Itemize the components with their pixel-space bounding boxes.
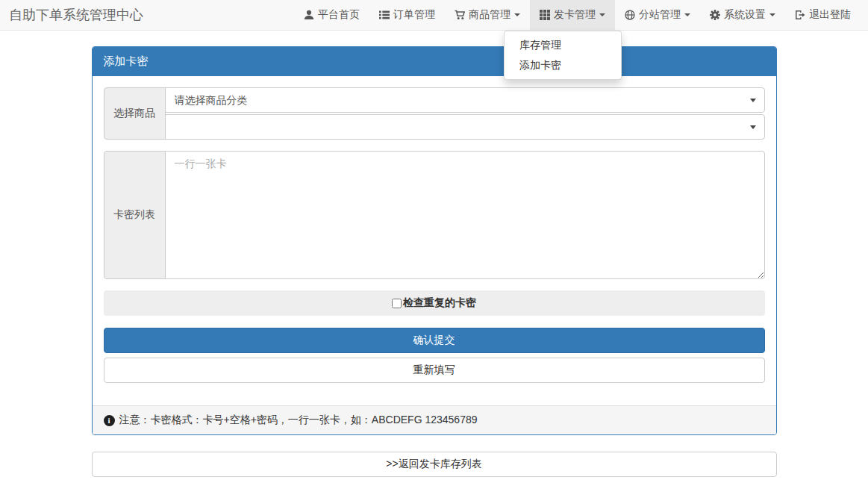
user-icon bbox=[304, 10, 314, 20]
brand-title[interactable]: 自助下单系统管理中心 bbox=[0, 0, 152, 30]
nav-item-orders[interactable]: 订单管理 bbox=[369, 0, 445, 30]
nav-item-label: 平台首页 bbox=[318, 8, 360, 22]
card-issuing-dropdown: 库存管理 添加卡密 bbox=[504, 31, 622, 80]
nav-item-label: 发卡管理 bbox=[554, 8, 596, 22]
product-select-label: 选择商品 bbox=[104, 87, 166, 140]
product-select-wrap bbox=[165, 114, 765, 140]
footer-note: 注意：卡密格式：卡号+空格+密码，一行一张卡，如：ABCDEFG 1234567… bbox=[119, 414, 478, 427]
caret-down-icon bbox=[599, 13, 605, 16]
list-icon bbox=[379, 10, 390, 20]
nav-item-card-issuing[interactable]: 发卡管理 bbox=[530, 0, 615, 30]
nav-item-label: 系统设置 bbox=[724, 8, 766, 22]
card-list-group: 卡密列表 bbox=[104, 151, 765, 279]
nav-item-label: 分站管理 bbox=[639, 8, 681, 22]
nav-item-logout[interactable]: 退出登陆 bbox=[785, 0, 861, 30]
navbar: 自助下单系统管理中心 平台首页 订单管理 bbox=[0, 0, 868, 31]
duplicate-check-bar: 检查重复的卡密 bbox=[104, 290, 765, 316]
submit-button[interactable]: 确认提交 bbox=[104, 328, 765, 353]
nav-item-label: 退出登陆 bbox=[809, 8, 851, 22]
product-select[interactable] bbox=[165, 114, 765, 140]
info-circle-icon: i bbox=[104, 415, 115, 426]
dropdown-item-add-card-keys[interactable]: 添加卡密 bbox=[505, 55, 621, 75]
sign-out-icon bbox=[795, 10, 805, 20]
category-select-wrap: 请选择商品分类 bbox=[165, 87, 765, 113]
panel-footer: i 注意：卡密格式：卡号+空格+密码，一行一张卡，如：ABCDEFG 12345… bbox=[93, 405, 776, 434]
nav-item-label: 订单管理 bbox=[393, 8, 435, 22]
caret-down-icon bbox=[769, 13, 775, 16]
dropdown-item-inventory[interactable]: 库存管理 bbox=[505, 35, 621, 55]
nav-item-platform-home[interactable]: 平台首页 bbox=[294, 0, 369, 30]
nav-item-substations[interactable]: 分站管理 bbox=[615, 0, 700, 30]
duplicate-check-label: 检查重复的卡密 bbox=[403, 296, 476, 310]
nav-item-label: 商品管理 bbox=[469, 8, 511, 22]
product-selects: 请选择商品分类 bbox=[166, 87, 765, 140]
add-card-keys-panel: 添加卡密 选择商品 请选择商品分类 bbox=[92, 46, 777, 435]
nav-item-products[interactable]: 商品管理 bbox=[445, 0, 530, 30]
panel-body: 选择商品 请选择商品分类 卡密列表 bbox=[93, 76, 776, 405]
card-list-textarea[interactable] bbox=[165, 151, 765, 279]
card-list-label: 卡密列表 bbox=[104, 151, 166, 279]
globe-icon bbox=[625, 10, 635, 20]
back-to-inventory-button[interactable]: >>返回发卡库存列表 bbox=[92, 452, 777, 477]
product-select-group: 选择商品 请选择商品分类 bbox=[104, 87, 765, 140]
cart-icon bbox=[455, 10, 465, 20]
product-category-select[interactable]: 请选择商品分类 bbox=[165, 87, 765, 113]
main-content: 添加卡密 选择商品 请选择商品分类 bbox=[92, 46, 777, 477]
caret-down-icon bbox=[684, 13, 690, 16]
nav-item-settings[interactable]: 系统设置 bbox=[700, 0, 785, 30]
nav-menu: 平台首页 订单管理 商品管理 bbox=[294, 0, 868, 30]
reset-button[interactable]: 重新填写 bbox=[104, 358, 765, 383]
th-grid-icon bbox=[540, 10, 550, 20]
duplicate-check-checkbox[interactable] bbox=[392, 299, 402, 308]
panel-title: 添加卡密 bbox=[93, 47, 776, 76]
caret-down-icon bbox=[514, 13, 520, 16]
gear-icon bbox=[710, 10, 720, 20]
